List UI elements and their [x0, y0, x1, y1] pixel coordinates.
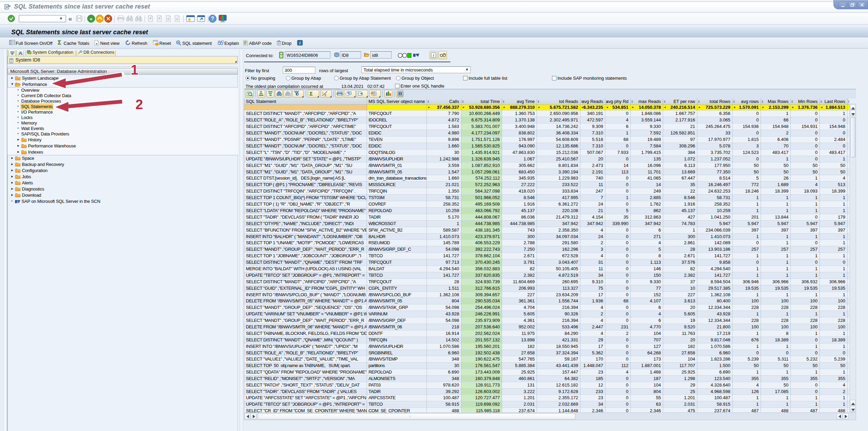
svg-text:Σ: Σ: [310, 91, 313, 96]
svg-text:?: ?: [211, 16, 214, 22]
svg-text:i: i: [400, 92, 401, 96]
svg-text:Σ: Σ: [322, 91, 324, 94]
svg-text:«: «: [90, 16, 92, 22]
svg-text:Σ: Σ: [58, 40, 61, 45]
